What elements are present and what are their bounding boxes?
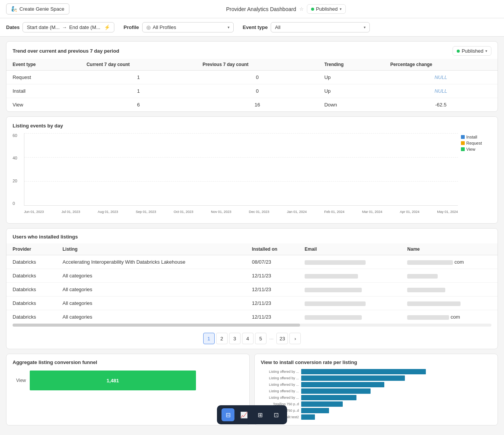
legend-item: View [461, 147, 491, 151]
cell-current: 1 [80, 71, 196, 84]
x-axis: Jun 01, 2023Jul 01, 2023Aug 01, 2023Sep … [24, 206, 458, 217]
grid-line-60 [24, 133, 458, 134]
conversion-bar-row: Listing offered by ... [261, 375, 491, 381]
trend-table-row: View 6 16 Down -62.5 [6, 98, 498, 112]
users-table-row: Databricks All categories 12/11/23 [6, 283, 498, 296]
cell-provider: Databricks [6, 255, 56, 269]
trend-chevron-icon: ▾ [485, 49, 487, 53]
trend-title: Trend over current and previous 7 day pe… [13, 48, 119, 54]
page-button-4[interactable]: 4 [242, 333, 254, 344]
redacted-email [305, 315, 362, 320]
toolbar-filter-button[interactable]: ⊟ [222, 408, 234, 421]
published-dropdown[interactable]: Published ▾ [307, 4, 346, 14]
chart-container: 6040200 Jun 01, 2023Jul 01, 2023Aug 01, … [13, 133, 491, 217]
x-axis-label: Feb 01, 2024 [324, 210, 345, 214]
main-content: Trend over current and previous 7 day pe… [0, 37, 504, 430]
redacted-name [407, 274, 438, 279]
toolbar-line-button[interactable]: 📈 [238, 408, 250, 421]
page-button-5[interactable]: 5 [255, 333, 266, 344]
cell-current: 1 [80, 84, 196, 98]
trend-status-dot [457, 50, 460, 53]
page-button-2[interactable]: 2 [216, 333, 228, 344]
scrollbar-thumb [13, 324, 300, 327]
toolbar-grid-button[interactable]: ⊞ [254, 408, 266, 421]
col-name: Name [401, 243, 498, 255]
profile-control[interactable]: ◎ All Profiles ▾ [142, 22, 234, 32]
pagination-next-button[interactable]: › [289, 333, 301, 344]
floating-toolbar: ⊟ 📈 ⊞ ⊡ [217, 405, 287, 424]
chart-left: 6040200 Jun 01, 2023Jul 01, 2023Aug 01, … [13, 133, 458, 217]
toolbar-funnel-button[interactable]: ⊡ [270, 408, 282, 421]
conversion-section: View to install conversion rate per list… [255, 354, 498, 425]
legend-item: Request [461, 141, 491, 145]
conversion-bar-row: Listing offered by ... [261, 382, 491, 387]
funnel-title: Aggregate listing conversion funnel [13, 359, 243, 365]
redacted-email [305, 288, 362, 292]
page-button-23[interactable]: 23 [276, 333, 288, 344]
chevron-down-icon: ▾ [340, 7, 342, 11]
create-genie-space-button[interactable]: 🧞 Create Genie Space [6, 3, 69, 14]
redacted-name [407, 288, 445, 292]
cell-previous: 16 [196, 98, 318, 112]
cell-name [401, 283, 498, 296]
name-suffix: com [451, 314, 460, 320]
redacted-email [305, 301, 366, 306]
filter-icon: ◎ [146, 24, 151, 30]
conversion-bar-fill [301, 395, 356, 400]
cell-listing: All categories [56, 296, 246, 310]
redacted-name [407, 260, 453, 265]
cell-listing: All categories [56, 283, 246, 296]
chart-title: Listing events by day [13, 123, 491, 129]
cell-installed-on: 12/11/23 [246, 283, 299, 296]
grid-line-40 [24, 157, 458, 158]
header: 🧞 Create Genie Space Provider Analytics … [0, 0, 504, 18]
page-button-1[interactable]: 1 [203, 333, 215, 344]
trend-card: Trend over current and previous 7 day pe… [6, 41, 498, 112]
conversion-bar-label: Listing offered by ... [261, 383, 299, 387]
date-arrow-icon: → [62, 24, 67, 30]
col-previous-7day: Previous 7 day count [196, 59, 318, 71]
profile-filter-group: Profile ◎ All Profiles ▾ [124, 22, 233, 32]
page-dots: ··· [268, 336, 275, 342]
event-type-value: All [275, 24, 361, 30]
trend-published-dropdown[interactable]: Published ▾ [453, 46, 491, 56]
cell-provider: Databricks [6, 269, 56, 283]
conversion-bar-label: Listing offered by ... [261, 389, 299, 393]
cell-email [299, 296, 401, 310]
genie-icon: 🧞 [11, 6, 17, 12]
event-type-control[interactable]: All ▾ [271, 22, 370, 32]
page-button-3[interactable]: 3 [229, 333, 241, 344]
x-axis-label: Jan 01, 2024 [287, 210, 307, 214]
legend-color [461, 141, 465, 145]
star-icon[interactable]: ☆ [299, 6, 304, 12]
funnel-bar-row: View 1,481 [13, 371, 243, 390]
cell-name [401, 296, 498, 310]
cell-email [299, 269, 401, 283]
status-dot [311, 8, 314, 11]
cell-provider: Databricks [6, 296, 56, 310]
col-email: Email [299, 243, 401, 255]
horizontal-scrollbar[interactable] [13, 324, 491, 327]
y-axis: 6040200 [13, 133, 22, 206]
cell-pct-change: NULL [384, 84, 498, 98]
conversion-title: View to install conversion rate per list… [261, 359, 491, 365]
col-installed-on: Installed on [246, 243, 299, 255]
cell-installed-on: 12/11/23 [246, 310, 299, 324]
cell-email [299, 310, 401, 324]
toolbar-filter-icon: ⊟ [226, 411, 231, 419]
x-axis-label: Mar 01, 2024 [362, 210, 382, 214]
dates-control[interactable]: Start date (M... → End date (M... ⚡ [22, 22, 114, 32]
profile-value: All Profiles [153, 24, 225, 30]
x-axis-label: Sep 01, 2023 [136, 210, 156, 214]
filter-bar: Dates Start date (M... → End date (M... … [0, 18, 504, 37]
conversion-bar-fill [301, 382, 384, 387]
users-table-row: Databricks All categories 12/11/23 com [6, 310, 498, 324]
conversion-bar-fill [301, 401, 343, 407]
toolbar-grid-icon: ⊞ [258, 411, 263, 419]
cell-event-type: Request [6, 71, 80, 84]
profile-label: Profile [124, 24, 139, 30]
users-table-title: Users who installed listings [6, 229, 498, 243]
legend-item: Install [461, 135, 491, 139]
funnel-value: 1,481 [107, 378, 119, 383]
redacted-name [407, 315, 449, 320]
